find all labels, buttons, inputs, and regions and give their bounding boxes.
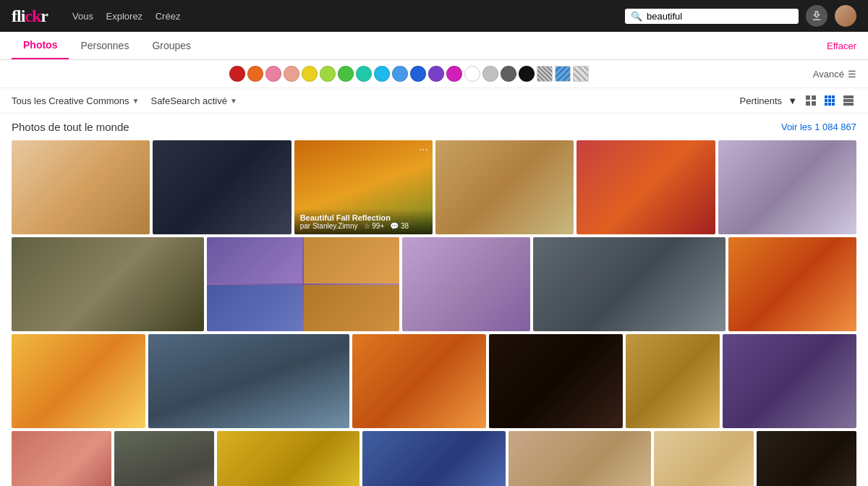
- color-teal[interactable]: [356, 66, 372, 82]
- header-icons: [806, 5, 856, 27]
- photo-item[interactable]: [114, 431, 214, 486]
- header-nav: Vous Explorez Créez: [62, 11, 180, 22]
- voir-link[interactable]: Voir les 1 084 867: [781, 122, 856, 132]
- photo-item[interactable]: [654, 431, 754, 486]
- avance-button[interactable]: Avancé ☰: [813, 69, 856, 80]
- photo-title: Beautiful Fall Reflection: [300, 213, 427, 222]
- color-blue[interactable]: [410, 66, 426, 82]
- effacer-link[interactable]: Effacer: [827, 40, 856, 51]
- svg-rect-0: [806, 95, 810, 100]
- color-cyan[interactable]: [374, 66, 390, 82]
- photo-item[interactable]: [723, 334, 856, 428]
- pertinents-arrow[interactable]: ▼: [788, 95, 797, 106]
- color-purple[interactable]: [428, 66, 444, 82]
- photo-item[interactable]: [509, 431, 651, 486]
- avatar[interactable]: [835, 5, 856, 27]
- nav-creez[interactable]: Créez: [156, 11, 181, 22]
- photo-item[interactable]: [153, 140, 291, 234]
- photo-item[interactable]: [576, 140, 715, 234]
- filter-row2: Tous les Creative Commons ▼ SafeSearch a…: [0, 88, 868, 114]
- tabs-bar: Photos Personnes Groupes Effacer: [0, 32, 868, 60]
- color-light-blue[interactable]: [392, 66, 408, 82]
- search-box: 🔍: [625, 9, 799, 24]
- photo-item[interactable]: [718, 140, 856, 234]
- sub-photo[interactable]: [304, 285, 399, 331]
- svg-rect-15: [843, 103, 854, 106]
- tab-groupes[interactable]: Groupes: [140, 33, 203, 59]
- photo-item[interactable]: [489, 334, 623, 428]
- tab-photos[interactable]: Photos: [12, 32, 69, 59]
- photo-item[interactable]: [207, 237, 399, 331]
- photo-comments: 💬 38: [390, 222, 409, 230]
- color-dark-gray[interactable]: [501, 66, 516, 82]
- color-yellow[interactable]: [302, 66, 318, 82]
- view-grid-medium[interactable]: [822, 93, 838, 108]
- svg-rect-13: [843, 95, 854, 98]
- svg-rect-11: [828, 103, 831, 106]
- color-salmon[interactable]: [284, 66, 299, 82]
- photo-stars: ☆ 99+: [364, 222, 385, 230]
- photo-meta: par Stanley.Zimny ☆ 99+ 💬 38: [300, 222, 427, 230]
- flickr-logo[interactable]: flickr: [12, 7, 48, 26]
- nav-vous[interactable]: Vous: [72, 11, 93, 22]
- svg-rect-5: [828, 95, 831, 98]
- pertinents-label[interactable]: Pertinents: [740, 95, 783, 106]
- photo-grid: ··· Beautiful Fall Reflection par Stanle…: [12, 140, 856, 486]
- color-black[interactable]: [519, 66, 535, 82]
- color-pink[interactable]: [265, 66, 281, 82]
- photo-overlay: Beautiful Fall Reflection par Stanley.Zi…: [294, 209, 433, 234]
- color-magenta[interactable]: [446, 66, 462, 82]
- pertinents-controls: Pertinents ▼: [740, 93, 856, 108]
- filter-bar: Avancé ☰: [0, 60, 868, 88]
- photo-item[interactable]: [217, 431, 359, 486]
- photo-item[interactable]: [402, 237, 530, 331]
- photo-item[interactable]: [12, 431, 111, 486]
- view-icons: [803, 93, 856, 108]
- svg-rect-12: [832, 103, 835, 106]
- photo-item[interactable]: [148, 334, 349, 428]
- sub-photo[interactable]: [207, 237, 302, 284]
- svg-rect-9: [832, 99, 835, 102]
- photo-item[interactable]: ··· Beautiful Fall Reflection par Stanle…: [294, 140, 433, 234]
- safesearch-dropdown[interactable]: SafeSearch activé ▼: [150, 95, 237, 106]
- svg-rect-3: [812, 101, 816, 106]
- svg-rect-2: [806, 101, 810, 106]
- tab-personnes[interactable]: Personnes: [69, 33, 140, 59]
- svg-rect-8: [828, 99, 831, 102]
- photo-author: par Stanley.Zimny: [300, 222, 358, 230]
- view-grid-small[interactable]: [803, 93, 819, 108]
- sub-photo[interactable]: [304, 237, 399, 284]
- creative-commons-dropdown[interactable]: Tous les Creative Commons ▼: [12, 95, 139, 106]
- photo-item[interactable]: [12, 237, 204, 331]
- color-light-green[interactable]: [320, 66, 336, 82]
- photo-item[interactable]: [533, 237, 726, 331]
- photo-item[interactable]: [626, 334, 720, 428]
- photo-item[interactable]: [352, 334, 486, 428]
- photo-item[interactable]: [12, 140, 150, 234]
- photo-item[interactable]: [435, 140, 574, 234]
- photo-item[interactable]: [362, 431, 505, 486]
- color-orange[interactable]: [247, 66, 263, 82]
- pattern-swatch-3[interactable]: [573, 66, 589, 82]
- pattern-swatch-2[interactable]: [555, 66, 571, 82]
- pattern-swatch-1[interactable]: [537, 66, 553, 82]
- photo-item[interactable]: [728, 237, 856, 331]
- photo-row-4: [12, 431, 856, 486]
- color-white[interactable]: [464, 66, 480, 82]
- nav-explorez[interactable]: Explorez: [106, 11, 143, 22]
- color-light-gray[interactable]: [482, 66, 498, 82]
- view-list[interactable]: [841, 93, 856, 108]
- photo-row-3: [12, 334, 856, 428]
- upload-icon[interactable]: [806, 5, 827, 27]
- photo-item[interactable]: [757, 431, 856, 486]
- search-input[interactable]: [647, 11, 793, 22]
- color-red[interactable]: [229, 66, 245, 82]
- sub-photo[interactable]: [207, 285, 302, 331]
- photo-row-2: [12, 237, 856, 331]
- svg-rect-1: [812, 95, 816, 100]
- color-green[interactable]: [338, 66, 354, 82]
- main-content: Photos de tout le monde Voir les 1 084 8…: [0, 114, 868, 486]
- photo-item[interactable]: [12, 334, 145, 428]
- color-filters: [12, 66, 807, 82]
- header: flickr Vous Explorez Créez 🔍: [0, 0, 868, 32]
